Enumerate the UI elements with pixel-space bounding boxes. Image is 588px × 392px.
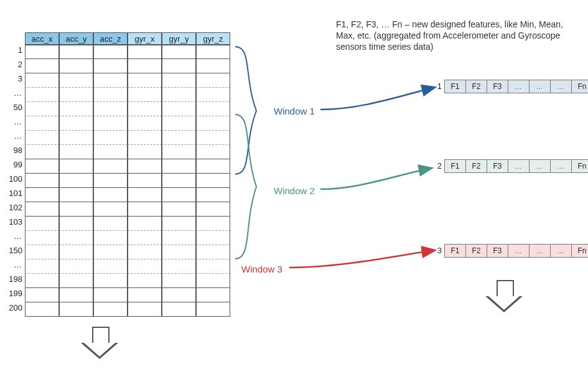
row-label: 102 xyxy=(5,202,22,217)
col-acc-z: acc_z xyxy=(93,32,128,45)
window-2-label: Window 2 xyxy=(274,185,315,196)
table-header: acc_x acc_y acc_z gyr_x gyr_y gyr_z xyxy=(25,32,230,45)
feature-row-label: 1 xyxy=(431,80,444,93)
feature-cell: Fn xyxy=(571,80,588,93)
feature-cell: … xyxy=(550,80,572,93)
row-label: 98 xyxy=(5,145,22,159)
row-label: … xyxy=(5,116,22,131)
feature-cell: F1 xyxy=(444,244,466,258)
sensor-table: acc_x acc_y acc_z gyr_x gyr_y gyr_z xyxy=(25,32,230,317)
row-label: 198 xyxy=(5,274,22,288)
feature-cell: … xyxy=(529,244,551,258)
col-acc-x: acc_x xyxy=(25,32,59,45)
col-gyr-z: gyr_z xyxy=(196,32,230,45)
feature-cell: … xyxy=(550,244,572,258)
row-label: 50 xyxy=(5,102,22,116)
feature-row-label: 3 xyxy=(431,244,444,258)
feature-row-3: 3 F1F2F3………Fn xyxy=(431,244,588,258)
feature-cell: … xyxy=(529,80,551,93)
feature-cell: F1 xyxy=(444,159,466,173)
row-label: 2 xyxy=(5,59,22,73)
arrow-window-3 xyxy=(289,250,436,268)
col-gyr-y: gyr_y xyxy=(162,32,196,45)
arrow-window-1 xyxy=(320,87,436,110)
feature-cell: … xyxy=(508,159,530,173)
description-text: F1, F2, F3, … Fn – new designed features… xyxy=(336,19,569,52)
feature-cell: … xyxy=(508,244,530,258)
feature-row-1: 1 F1F2F3………Fn xyxy=(431,80,588,93)
feature-row-2: 2 F1F2F3………Fn xyxy=(431,159,588,173)
feature-cell: Fn xyxy=(571,244,588,258)
brace-window-1 xyxy=(235,47,256,174)
row-label: … xyxy=(5,131,22,145)
row-label: 99 xyxy=(5,159,22,174)
row-label: 3 xyxy=(5,73,22,88)
row-label: 103 xyxy=(5,217,22,231)
window-3-label: Window 3 xyxy=(241,264,282,274)
down-arrow-icon xyxy=(485,280,523,317)
row-label: 199 xyxy=(5,288,22,302)
row-label: 100 xyxy=(5,174,22,188)
col-gyr-x: gyr_x xyxy=(128,32,162,45)
col-acc-y: acc_y xyxy=(59,32,93,45)
row-label: 101 xyxy=(5,188,22,202)
feature-cell: F3 xyxy=(487,80,508,93)
feature-cell: … xyxy=(550,159,572,173)
feature-cell: F2 xyxy=(465,244,487,258)
feature-cell: F1 xyxy=(444,80,466,93)
feature-cell: F3 xyxy=(487,244,508,258)
feature-row-label: 2 xyxy=(431,159,444,173)
down-arrow-icon xyxy=(81,327,118,364)
feature-cell: … xyxy=(529,159,551,173)
feature-cell: F2 xyxy=(465,80,487,93)
row-label: … xyxy=(5,231,22,245)
row-label: … xyxy=(5,259,22,274)
window-1-label: Window 1 xyxy=(274,106,315,116)
row-label: 1 xyxy=(5,45,22,59)
row-label: 200 xyxy=(5,302,22,317)
feature-cell: F3 xyxy=(487,159,508,173)
feature-cell: Fn xyxy=(571,159,588,173)
brace-window-2 xyxy=(235,114,256,259)
arrow-window-2 xyxy=(320,168,432,189)
row-label: … xyxy=(5,88,22,102)
feature-cell: F2 xyxy=(465,159,487,173)
row-label: 150 xyxy=(5,245,22,259)
row-labels: 123…50……9899100101102103…150…198199200 xyxy=(5,45,22,317)
feature-cell: … xyxy=(508,80,530,93)
